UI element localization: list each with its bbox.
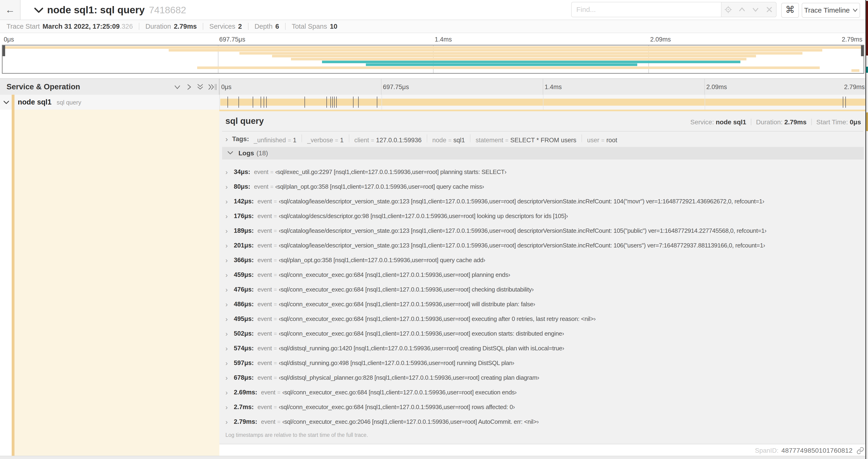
log-value: ‹sql/conn_executor_exec.go:2046 [nsql1,c… — [282, 418, 539, 425]
log-expand-chevron-right-icon[interactable]: › — [225, 271, 234, 279]
log-value: ‹sql/distsql_running.go:498 [nsql1,clien… — [279, 359, 515, 366]
span-row[interactable]: node sql1sql query — [0, 95, 866, 110]
span-row-timeline[interactable] — [219, 95, 866, 110]
log-row[interactable]: ›2.7ms:event=‹sql/conn_executor_exec.go:… — [225, 400, 865, 415]
log-marker — [264, 97, 264, 108]
find-input[interactable] — [571, 2, 721, 17]
log-expand-chevron-right-icon[interactable]: › — [225, 212, 234, 220]
log-expand-chevron-right-icon[interactable]: › — [225, 198, 234, 205]
log-row[interactable]: ›176μs:event=‹sql/catalog/descs/descript… — [225, 209, 865, 223]
log-expand-chevron-right-icon[interactable]: › — [225, 227, 234, 235]
log-row[interactable]: ›2.79ms:event=‹sql/conn_executor_exec.go… — [225, 415, 865, 429]
meta-item: Start Time: 0μs — [816, 119, 861, 126]
minimap-span-bar — [239, 52, 802, 55]
log-field: event — [257, 198, 272, 205]
detail-row-name-column — [0, 110, 219, 459]
log-expand-chevron-right-icon[interactable]: › — [225, 286, 234, 294]
log-expand-chevron-right-icon[interactable]: › — [225, 242, 234, 250]
summary-item: Services2 — [209, 23, 242, 30]
log-row[interactable]: ›597μs:event=‹sql/distsql_running.go:498… — [225, 356, 865, 370]
log-row[interactable]: ›34μs:event=‹sql/exec_util.go:2297 [nsql… — [225, 165, 865, 179]
log-text: event=‹sql/distsql_running.go:1420 [nsql… — [257, 345, 564, 352]
log-row[interactable]: ›2.69ms:event=‹sql/conn_executor_exec.go… — [225, 385, 865, 400]
log-equals: = — [274, 287, 277, 293]
tag-item: _unfinished=1 — [254, 137, 296, 144]
minimap-left-scrubber[interactable] — [3, 45, 5, 56]
summary-value-suffix: .326 — [120, 23, 133, 30]
log-expand-chevron-right-icon[interactable]: › — [225, 359, 234, 367]
view-selector-dropdown[interactable]: Trace Timeline — [802, 3, 860, 18]
tags-expand-chevron-right-icon[interactable]: › — [225, 135, 228, 143]
log-expand-chevron-right-icon[interactable]: › — [225, 330, 234, 338]
log-row[interactable]: ›476μs:event=‹sql/conn_executor_exec.go:… — [225, 282, 865, 297]
span-row-name-column[interactable]: node sql1sql query — [0, 95, 219, 110]
trace-minimap[interactable] — [2, 45, 864, 74]
summary-label: Total Spans — [292, 23, 327, 30]
log-expand-chevron-right-icon[interactable]: › — [225, 345, 234, 352]
log-row[interactable]: ›459μs:event=‹sql/conn_executor_exec.go:… — [225, 267, 865, 282]
back-arrow-icon: ← — [5, 4, 15, 15]
log-field: event — [257, 257, 272, 264]
logs-section-header[interactable]: Logs (18) — [222, 147, 864, 160]
log-field: event — [257, 301, 272, 308]
tag-value: 127.0.0.1:59936 — [376, 137, 422, 144]
log-expand-chevron-right-icon[interactable]: › — [225, 183, 234, 191]
log-text: event=‹sql/conn_executor_exec.go:684 [ns… — [257, 301, 535, 308]
log-equals: = — [274, 257, 277, 263]
log-expand-chevron-right-icon[interactable]: › — [225, 418, 234, 426]
tags-row[interactable]: › Tags: _unfinished=1_verbose=1client=12… — [225, 133, 617, 144]
clear-search-icon[interactable] — [765, 6, 773, 13]
log-equals: = — [274, 198, 277, 204]
locate-span-icon[interactable] — [724, 6, 732, 13]
log-expand-chevron-right-icon[interactable]: › — [225, 300, 234, 308]
expand-one-icon[interactable] — [185, 83, 193, 91]
log-row[interactable]: ›366μs:event=‹sql/plan_opt.go:358 [nsql1… — [225, 253, 865, 267]
log-expand-chevron-right-icon[interactable]: › — [225, 389, 234, 396]
tick-label: 1.4ms — [543, 84, 562, 91]
collapse-all-icon[interactable] — [196, 83, 204, 91]
timeline-gridline — [543, 95, 544, 110]
tag-key: _unfinished — [254, 137, 286, 144]
log-timestamp: 142μs: — [234, 198, 254, 205]
log-row[interactable]: ›486μs:event=‹sql/conn_executor_exec.go:… — [225, 297, 865, 312]
log-timestamp: 574μs: — [234, 345, 254, 352]
trace-header: ← node sql1: sql query7418682 — [0, 0, 866, 20]
log-timestamp: 486μs: — [234, 301, 254, 308]
meta-label: Duration: — [756, 119, 784, 126]
summary-value: 2 — [238, 23, 242, 30]
span-collapse-chevron-down-icon[interactable] — [3, 100, 9, 105]
log-row[interactable]: ›142μs:event=‹sql/catalog/lease/descript… — [225, 194, 865, 209]
log-row[interactable]: ›502μs:event=‹sql/conn_executor_exec.go:… — [225, 326, 865, 341]
log-expand-chevron-right-icon[interactable]: › — [225, 374, 234, 382]
tag-equals: = — [448, 137, 452, 143]
summary-value: 6 — [275, 23, 279, 30]
collapse-one-icon[interactable] — [174, 83, 181, 91]
log-field: event — [257, 403, 272, 411]
log-timestamp: 495μs: — [234, 315, 254, 323]
log-marker — [845, 97, 846, 108]
log-row[interactable]: ›574μs:event=‹sql/distsql_running.go:142… — [225, 341, 865, 356]
deep-link-icon[interactable] — [856, 447, 864, 455]
log-expand-chevron-right-icon[interactable]: › — [225, 403, 234, 411]
log-row[interactable]: ›80μs:event=‹sql/plan_opt.go:358 [nsql1,… — [225, 179, 865, 194]
summary-item: Total Spans10 — [292, 23, 337, 30]
column-resizer-grip[interactable] — [215, 84, 218, 90]
minimap-right-scrubber[interactable] — [861, 45, 864, 56]
log-text: event=‹sql/distsql_physical_planner.go:8… — [257, 374, 539, 381]
back-button[interactable]: ← — [0, 0, 21, 20]
log-expand-chevron-right-icon[interactable]: › — [225, 256, 234, 264]
log-row[interactable]: ›678μs:event=‹sql/distsql_physical_plann… — [225, 370, 865, 385]
log-expand-chevron-right-icon[interactable]: › — [225, 315, 234, 323]
next-result-icon[interactable] — [751, 6, 760, 13]
keyboard-shortcuts-button[interactable]: ⌘ — [781, 3, 799, 18]
log-expand-chevron-right-icon[interactable]: › — [225, 168, 234, 176]
log-timestamp: 80μs: — [234, 183, 250, 190]
log-row[interactable]: ›495μs:event=‹sql/conn_executor_exec.go:… — [225, 312, 865, 326]
collapse-trace-chevron-down-icon[interactable] — [34, 7, 43, 14]
log-row[interactable]: ›201μs:event=‹sql/catalog/lease/descript… — [225, 238, 865, 253]
detail-row-tint — [14, 110, 219, 459]
log-row[interactable]: ›189μs:event=‹sql/catalog/lease/descript… — [225, 223, 865, 238]
span-color-strip — [12, 95, 14, 110]
expand-all-icon[interactable] — [208, 83, 215, 91]
prev-result-icon[interactable] — [738, 6, 746, 13]
